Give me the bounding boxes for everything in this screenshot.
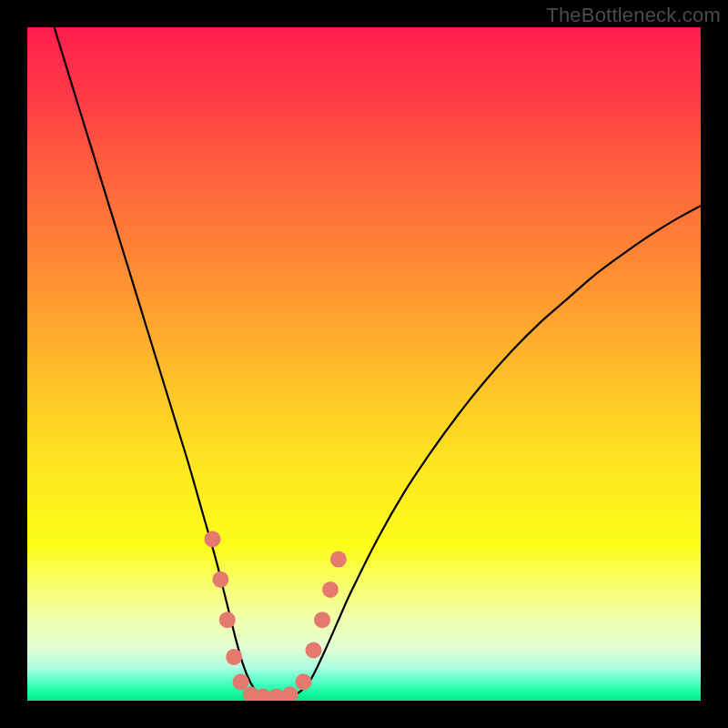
highlight-markers	[205, 531, 347, 701]
marker-dot	[219, 612, 236, 628]
plot-area	[27, 27, 701, 701]
marker-dot	[282, 686, 298, 701]
marker-dot	[295, 673, 311, 690]
marker-dot	[233, 673, 249, 690]
marker-dot	[306, 642, 322, 659]
marker-dot	[330, 551, 347, 568]
bottleneck-curve	[55, 27, 701, 698]
marker-dot	[212, 571, 228, 588]
marker-dot	[226, 649, 242, 665]
marker-dot	[314, 612, 330, 628]
marker-dot	[205, 531, 221, 547]
marker-dot	[322, 581, 339, 598]
chart-frame: TheBottleneck.com	[0, 0, 728, 728]
watermark-text: TheBottleneck.com	[546, 4, 721, 27]
curve-layer	[27, 27, 701, 701]
